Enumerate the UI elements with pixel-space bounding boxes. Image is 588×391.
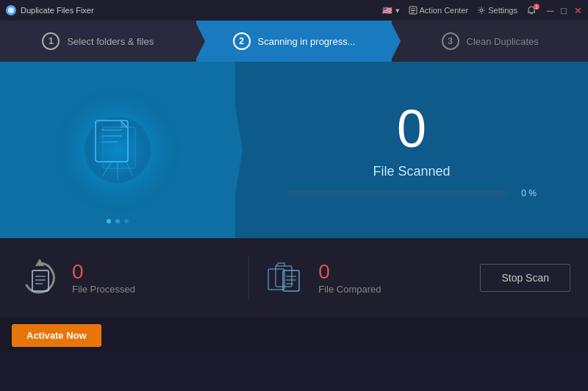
main-scan-area: 0 File Scanned 0 % xyxy=(0,62,588,238)
file-animation xyxy=(74,106,162,194)
files-scanned-count: 0 xyxy=(397,102,426,155)
tab-3-label: Clean Duplicates xyxy=(467,36,539,47)
file-processed-block: 0 File Processed xyxy=(18,256,234,300)
activate-now-button[interactable]: Activate Now xyxy=(12,324,101,347)
maximize-button[interactable]: □ xyxy=(561,6,567,15)
step-tabs: 1 Select folders & files 2 Scanning in p… xyxy=(0,21,588,62)
close-button[interactable]: ✕ xyxy=(574,6,582,15)
file-compared-label: File Compared xyxy=(318,284,381,295)
title-nav: 🇺🇸 ▾ Action Center Settings xyxy=(382,5,536,15)
tab-1-number: 1 xyxy=(42,32,60,50)
file-compared-info: 0 File Compared xyxy=(318,262,381,295)
file-icon-container xyxy=(74,106,162,194)
stop-scan-button[interactable]: Stop Scan xyxy=(480,264,570,292)
file-processed-count: 0 xyxy=(72,262,135,282)
flag-icon[interactable]: 🇺🇸 ▾ xyxy=(382,6,399,15)
title-bar-right: 🇺🇸 ▾ Action Center Settings xyxy=(382,5,582,15)
action-center-nav[interactable]: Action Center xyxy=(409,6,469,15)
window-controls[interactable]: ─ □ ✕ xyxy=(547,6,582,15)
tab-2-number: 2 xyxy=(233,32,251,50)
tab-2-label: Scanning in progress... xyxy=(258,36,356,47)
progress-bar-background xyxy=(287,190,507,196)
svg-rect-15 xyxy=(32,270,49,291)
file-processed-icon xyxy=(18,256,62,300)
progress-percent-label: 0 % xyxy=(514,188,537,198)
bottom-stats-area: 0 File Processed 0 File Compared xyxy=(0,238,588,318)
app-title: Duplicate Files Fixer xyxy=(21,6,94,15)
files-scanned-label: File Scanned xyxy=(373,164,450,179)
file-processed-info: 0 File Processed xyxy=(72,262,135,295)
settings-nav[interactable]: Settings xyxy=(477,6,517,15)
document-icon xyxy=(88,117,147,183)
footer: Activate Now xyxy=(0,318,588,353)
file-compared-count: 0 xyxy=(318,262,381,282)
app-icon xyxy=(6,5,16,15)
title-bar: Duplicate Files Fixer 🇺🇸 ▾ Action Center… xyxy=(0,0,588,21)
tab-clean-duplicates[interactable]: 3 Clean Duplicates xyxy=(392,21,588,62)
tab-1-label: Select folders & files xyxy=(67,36,154,47)
file-processed-label: File Processed xyxy=(72,284,135,295)
tab-scanning[interactable]: 2 Scanning in progress... xyxy=(196,21,392,62)
svg-rect-21 xyxy=(283,270,299,291)
progress-container: 0 % xyxy=(287,188,537,198)
svg-point-5 xyxy=(480,9,483,12)
scan-animation-panel xyxy=(0,62,235,238)
file-compared-block: 0 File Compared xyxy=(264,256,480,300)
svg-point-0 xyxy=(8,7,14,13)
scan-dots xyxy=(107,219,129,223)
stat-divider xyxy=(248,256,249,300)
tab-3-number: 3 xyxy=(442,32,459,50)
minimize-button[interactable]: ─ xyxy=(547,6,553,15)
scan-stats-panel: 0 File Scanned 0 % xyxy=(235,62,588,238)
panel-divider xyxy=(228,62,243,238)
tab-select-folders[interactable]: 1 Select folders & files xyxy=(0,21,196,62)
file-compared-icon xyxy=(264,256,308,300)
title-bar-left: Duplicate Files Fixer xyxy=(6,5,94,15)
notification-icon[interactable]: 1 xyxy=(526,5,537,15)
